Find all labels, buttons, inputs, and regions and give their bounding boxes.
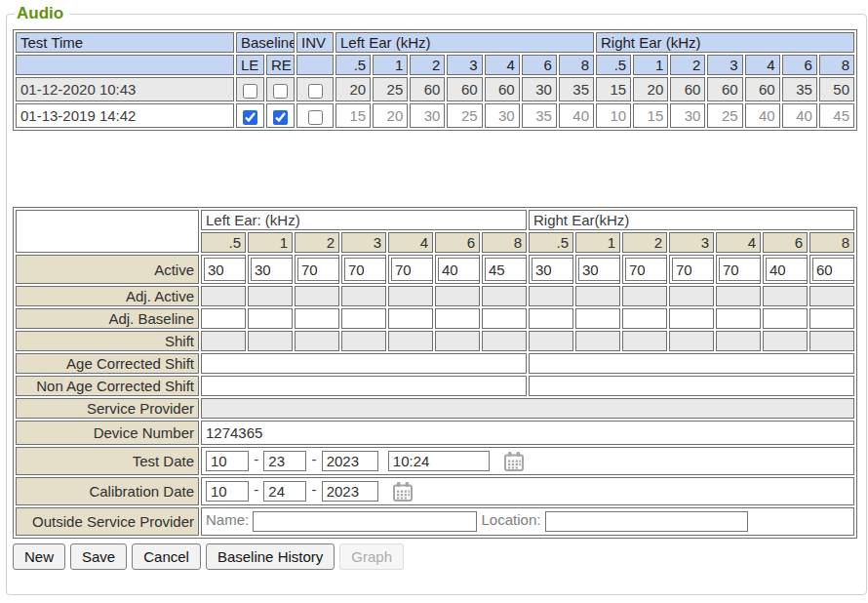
test-history-row[interactable]: 01-12-2020 10:43202560606030351520606060… <box>16 77 854 101</box>
calibration-date-cell: - - <box>201 477 854 505</box>
col-left-ear: Left Ear (kHz) <box>335 32 594 53</box>
active-threshold-input[interactable] <box>578 258 620 281</box>
adj-active-cell <box>669 286 714 306</box>
active-threshold-input[interactable] <box>532 258 573 281</box>
shift-cell <box>763 331 808 351</box>
save-button[interactable]: Save <box>70 543 127 570</box>
adj-baseline-cell <box>201 308 246 329</box>
test-date-year-input[interactable] <box>322 451 378 471</box>
threshold-value-cell: 60 <box>745 77 780 101</box>
adj-active-cell <box>435 286 480 306</box>
adj-baseline-cell <box>809 308 854 329</box>
test-date-month-input[interactable] <box>206 451 249 471</box>
active-threshold-input[interactable] <box>485 258 527 281</box>
audio-section: Audio Test Time Baseline INV Left Ear (k… <box>6 4 867 595</box>
calibration-date-month-input[interactable] <box>206 481 249 502</box>
test-time-cell[interactable]: 01-13-2019 14:42 <box>16 103 234 128</box>
test-time-cell[interactable]: 01-12-2020 10:43 <box>16 77 234 101</box>
frequency-header: 8 <box>809 232 854 253</box>
threshold-value-cell: 30 <box>410 103 445 128</box>
frequency-header: 2 <box>295 232 339 253</box>
cancel-button[interactable]: Cancel <box>132 543 201 570</box>
test-history-row[interactable]: 01-13-2019 14:42152030253035401015302540… <box>16 103 854 128</box>
re-baseline-checkbox-cell <box>266 103 295 128</box>
shift-cell <box>669 331 714 351</box>
calibration-date-day-input[interactable] <box>263 481 306 502</box>
left-ear-header: Left Ear: (kHz) <box>201 210 527 230</box>
frequency-header: 1 <box>248 232 293 253</box>
active-threshold-input[interactable] <box>812 258 854 281</box>
active-threshold-input[interactable] <box>625 258 667 281</box>
active-threshold-input[interactable] <box>297 258 339 281</box>
frequency-header: 8 <box>559 55 594 75</box>
threshold-value-cell: 35 <box>782 77 817 101</box>
device-number-label: Device Number <box>16 421 199 445</box>
adj-active-cell <box>201 286 246 306</box>
corner-cell <box>16 210 199 253</box>
test-time-input[interactable] <box>388 451 490 471</box>
new-button[interactable]: New <box>13 543 65 570</box>
le-baseline-checkbox[interactable] <box>243 84 257 99</box>
active-value-cell <box>435 255 480 284</box>
shift-cell <box>295 331 339 351</box>
inv-checkbox-cell <box>296 103 334 128</box>
adj-baseline-cell <box>716 308 761 329</box>
device-number-value-cell: 1274365 <box>201 421 854 445</box>
outside-provider-name-input[interactable] <box>253 511 477 532</box>
outside-provider-location-input[interactable] <box>545 511 748 532</box>
re-baseline-checkbox[interactable] <box>273 84 288 99</box>
non-age-corrected-shift-row: Non Age Corrected Shift <box>16 376 854 396</box>
adj-active-cell <box>295 286 339 306</box>
active-threshold-input[interactable] <box>391 258 433 281</box>
adj-active-cell <box>622 286 667 306</box>
shift-cell <box>529 331 573 351</box>
graph-button: Graph <box>339 543 404 570</box>
service-provider-value-cell <box>201 398 854 419</box>
frequency-header: .5 <box>335 55 371 75</box>
frequency-header: 3 <box>669 232 714 253</box>
active-threshold-input[interactable] <box>344 258 386 281</box>
active-threshold-input[interactable] <box>672 258 714 281</box>
shift-cell <box>388 331 433 351</box>
active-threshold-input[interactable] <box>766 258 808 281</box>
ear-header-row: Left Ear: (kHz) Right Ear(kHz) <box>16 210 854 230</box>
shift-cell <box>435 331 480 351</box>
threshold-value-cell: 30 <box>485 103 520 128</box>
active-threshold-input[interactable] <box>251 258 293 281</box>
inv-checkbox[interactable] <box>308 110 323 125</box>
frequency-header: 3 <box>447 55 482 75</box>
test-date-cell: - - <box>201 447 854 475</box>
active-value-cell <box>295 255 339 284</box>
age-corrected-shift-label: Age Corrected Shift <box>16 353 199 374</box>
adj-active-row: Adj. Active <box>16 286 854 306</box>
adj-active-cell <box>716 286 761 306</box>
calibration-date-label: Calibration Date <box>16 477 199 505</box>
threshold-value-cell: 30 <box>670 103 705 128</box>
le-baseline-checkbox[interactable] <box>243 110 257 125</box>
threshold-value-cell: 35 <box>559 77 594 101</box>
non-age-corrected-shift-right-cell <box>529 376 854 396</box>
active-threshold-input[interactable] <box>438 258 480 281</box>
active-value-cell <box>482 255 527 284</box>
test-date-day-input[interactable] <box>263 451 306 471</box>
calendar-icon[interactable] <box>503 451 525 472</box>
calibration-date-row: Calibration Date - - <box>16 477 854 505</box>
shift-label: Shift <box>16 331 199 351</box>
active-threshold-input[interactable] <box>719 258 761 281</box>
shift-cell <box>341 331 386 351</box>
baseline-history-button[interactable]: Baseline History <box>206 543 335 570</box>
le-baseline-checkbox-cell <box>236 77 264 101</box>
adj-baseline-cell <box>341 308 386 329</box>
calibration-date-year-input[interactable] <box>322 481 378 502</box>
active-value-cell <box>388 255 433 284</box>
inv-checkbox[interactable] <box>308 84 323 99</box>
right-ear-header: Right Ear(kHz) <box>529 210 854 230</box>
re-baseline-checkbox[interactable] <box>273 110 288 125</box>
col-test-time: Test Time <box>16 32 234 53</box>
calendar-icon[interactable] <box>392 481 414 502</box>
active-threshold-input[interactable] <box>204 258 246 281</box>
age-corrected-shift-right-cell <box>529 353 854 374</box>
adj-baseline-cell <box>435 308 480 329</box>
active-value-cell <box>248 255 293 284</box>
frequency-header: 6 <box>435 232 480 253</box>
